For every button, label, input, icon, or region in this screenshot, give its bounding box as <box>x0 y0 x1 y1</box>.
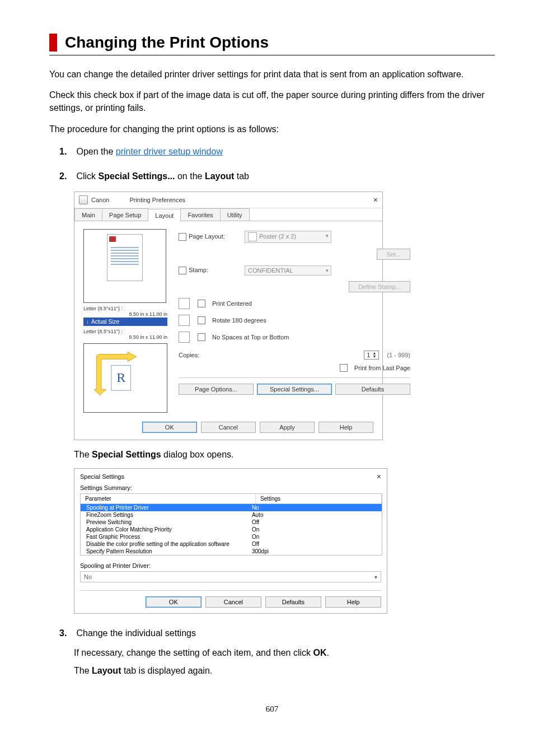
cancel-button[interactable]: Cancel <box>201 422 256 433</box>
step-3-head: Change the individual settings <box>76 628 195 638</box>
dialog-title-suffix: Printing Preferences <box>129 197 185 203</box>
no-spaces-icon <box>179 332 190 343</box>
table-row[interactable]: Disable the color profile setting of the… <box>81 540 382 548</box>
spooling-dropdown[interactable]: No ▾ <box>80 571 381 582</box>
setting-cell: Auto <box>252 512 382 518</box>
close-icon[interactable]: × <box>377 472 381 481</box>
copies-range: (1 - 999) <box>387 352 410 358</box>
step-3: Change the individual settings If necess… <box>59 628 495 678</box>
page-size-name-1: Letter (8.5"x11") : <box>83 306 167 311</box>
tab-utility[interactable]: Utility <box>220 208 250 221</box>
step-2-b: Special Settings... <box>99 171 175 181</box>
intro-para-2: Check this check box if part of the imag… <box>49 88 495 114</box>
no-spaces-checkbox[interactable] <box>198 333 205 341</box>
ok-button[interactable]: OK <box>142 422 197 433</box>
tab-layout[interactable]: Layout <box>148 209 181 221</box>
defaults-button[interactable]: Defaults <box>335 384 410 395</box>
copies-label: Copies: <box>179 352 212 358</box>
table-row[interactable]: Fast Graphic ProcessOn <box>81 533 382 540</box>
tab-page-setup[interactable]: Page Setup <box>102 208 149 221</box>
cancel-button[interactable]: Cancel <box>205 596 261 608</box>
svg-text:R: R <box>116 370 126 384</box>
special-settings-dialog: × Special Settings Settings Summary: Par… <box>74 468 387 614</box>
chevron-down-icon: ▾ <box>374 574 377 580</box>
spooling-label: Spooling at Printer Driver: <box>80 562 381 569</box>
print-last-label: Print from Last Page <box>354 365 410 371</box>
printer-driver-link[interactable]: printer driver setup window <box>116 147 223 156</box>
special-sub-c: dialog box opens. <box>161 450 234 459</box>
actual-size-label: Actual Size <box>91 319 119 325</box>
printing-prefs-dialog: Canon Printing Preferences × Main Page S… <box>74 192 383 440</box>
stamp-dropdown[interactable]: CONFIDENTIAL▾ <box>245 265 331 276</box>
setting-cell: Off <box>252 519 382 525</box>
spooling-value: No <box>84 573 92 580</box>
apply-button[interactable]: Apply <box>260 422 315 433</box>
page-size-name-2: Letter (8.5"x11") : <box>83 329 167 334</box>
print-last-checkbox[interactable] <box>340 364 348 372</box>
special-dialog-title: Special Settings <box>80 473 381 480</box>
poster-icon <box>248 232 257 241</box>
param-cell: Preview Switching <box>81 519 252 525</box>
col-parameter[interactable]: Parameter <box>81 494 256 503</box>
step-1-text: Open the <box>76 147 115 156</box>
step-2-c: on the <box>175 171 205 181</box>
tab-main[interactable]: Main <box>74 208 102 221</box>
page-number: 607 <box>49 704 495 714</box>
tab-favorites[interactable]: Favorites <box>180 208 220 221</box>
stamp-label: Stamp: <box>179 267 240 274</box>
step-2-a: Click <box>76 171 98 181</box>
rotate-180-checkbox[interactable] <box>198 316 205 324</box>
setting-cell: 300dpi <box>252 548 382 554</box>
page-layout-checkbox[interactable] <box>179 233 186 241</box>
intro-para-1: You can change the detailed printer driv… <box>49 68 495 81</box>
page-preview <box>83 229 166 303</box>
set-button[interactable]: Set... <box>377 249 410 260</box>
special-sub-b: Special Settings <box>92 450 161 459</box>
param-cell: Application Color Matching Priority <box>81 526 252 533</box>
page-options-button[interactable]: Page Options... <box>179 384 254 395</box>
help-button[interactable]: Help <box>325 596 381 608</box>
setting-cell: On <box>252 526 382 533</box>
s3p2b: Layout <box>92 666 121 675</box>
page-layout-label: Page Layout: <box>179 233 240 241</box>
close-icon[interactable]: × <box>373 195 378 204</box>
rotate-icon <box>179 315 190 326</box>
print-centered-checkbox[interactable] <box>198 300 205 307</box>
table-row[interactable]: Specify Pattern Resolution300dpi <box>81 548 382 555</box>
page-size-dim-2: 8.50 in x 11.00 in <box>83 334 167 340</box>
stamp-checkbox[interactable] <box>179 267 186 274</box>
table-row[interactable]: Application Color Matching PriorityOn <box>81 526 382 533</box>
actual-size-bar[interactable]: ↓ Actual Size <box>83 318 167 326</box>
table-row[interactable]: Preview SwitchingOff <box>81 519 382 526</box>
copies-stepper[interactable]: 1 ▲▼ <box>364 351 379 360</box>
ok-button[interactable]: OK <box>146 596 202 608</box>
special-sub-a: The <box>74 450 92 459</box>
copies-value: 1 <box>367 352 370 358</box>
orientation-preview: R <box>83 343 167 413</box>
page-layout-dropdown[interactable]: Poster (2 x 2)▾ <box>245 231 331 243</box>
define-stamp-button[interactable]: Define Stamp... <box>349 281 410 292</box>
chevron-down-icon: ▾ <box>326 233 329 239</box>
defaults-button[interactable]: Defaults <box>265 596 321 608</box>
col-settings[interactable]: Settings <box>256 494 382 503</box>
s3p1c: . <box>327 648 329 657</box>
settings-summary-label: Settings Summary: <box>80 484 381 491</box>
table-row[interactable]: Spooling at Printer DriverNo <box>81 504 382 511</box>
no-spaces-label: No Spaces at Top or Bottom <box>212 334 289 340</box>
window-icon <box>79 195 88 204</box>
param-cell: Fast Graphic Process <box>81 534 252 540</box>
settings-table[interactable]: Parameter Settings Spooling at Printer D… <box>80 493 382 556</box>
table-row[interactable]: FineZoom SettingsAuto <box>81 511 382 519</box>
step-2-e: tab <box>234 171 249 181</box>
setting-cell: On <box>252 534 382 540</box>
step-1: Open the printer driver setup window <box>59 147 495 157</box>
tab-bar: Main Page Setup Layout Favorites Utility <box>74 208 382 221</box>
help-button[interactable]: Help <box>318 422 373 433</box>
special-settings-button[interactable]: Special Settings... <box>257 384 332 395</box>
s3p1b: OK <box>313 648 327 657</box>
step-2-d: Layout <box>205 171 234 181</box>
param-cell: Spooling at Printer Driver <box>81 505 252 511</box>
intro-para-3: The procedure for changing the print opt… <box>49 123 495 136</box>
step-2: Click Special Settings... on the Layout … <box>59 171 495 614</box>
page-title: Changing the Print Options <box>49 34 495 52</box>
